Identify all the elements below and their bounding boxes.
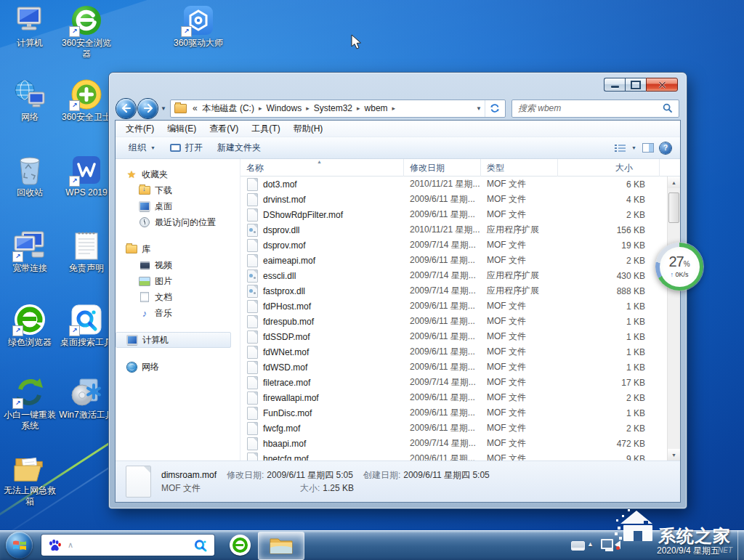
views-dropdown-icon[interactable]: ▼ — [631, 145, 636, 150]
desktop-icon-network[interactable]: 网络 — [1, 78, 58, 123]
table-row[interactable]: dot3.mof2010/11/21 星期...MOF 文件6 KB — [240, 176, 668, 192]
crumb-separator-icon[interactable]: ▸ — [255, 105, 266, 112]
table-row[interactable]: fdWSD.mof2009/6/11 星期...MOF 文件1 KB — [240, 360, 668, 375]
desktop-icon-recycle[interactable]: 回收站 — [1, 154, 58, 198]
scroll-down-button[interactable]: ▼ — [668, 449, 680, 460]
table-row[interactable]: fdrespub.mof2009/6/11 星期...MOF 文件1 KB — [240, 314, 668, 329]
volume-tray-icon[interactable] — [615, 540, 620, 549]
nav-item-6[interactable]: 图片 — [116, 273, 240, 289]
table-row[interactable]: hnetcfg.mof2009/6/11 星期...MOF 文件9 KB — [240, 451, 668, 460]
desktop-icon-aidbox[interactable]: 无法上网急救箱 — [1, 452, 58, 507]
desktop-icon-disclaimer[interactable]: 免责声明 — [58, 230, 115, 274]
table-row[interactable]: dsprov.mof2009/7/14 星期...MOF 文件19 KB — [240, 238, 668, 253]
crumb-separator-icon[interactable]: ▸ — [353, 105, 364, 112]
search-box[interactable]: 搜索 wbem — [512, 100, 679, 118]
breadcrumb-overflow[interactable]: « — [193, 103, 198, 113]
network-tray-icon[interactable] — [601, 539, 613, 549]
nav-item-2[interactable]: 桌面 — [116, 198, 240, 214]
organize-button[interactable]: 组织 ▼ — [121, 140, 163, 156]
nav-item-5[interactable]: 视频 — [116, 257, 240, 273]
new-folder-button[interactable]: 新建文件夹 — [210, 140, 268, 156]
desktop-search-icon[interactable] — [193, 538, 208, 553]
scroll-up-button[interactable]: ▲ — [668, 176, 680, 188]
taskbar-explorer-button[interactable] — [258, 532, 304, 560]
table-row[interactable]: FunDisc.mof2009/6/11 星期...MOF 文件1 KB — [240, 405, 668, 421]
breadcrumb-item-0[interactable]: 本地磁盘 (C:) — [202, 102, 255, 115]
desktop-icon-reinstall[interactable]: ↗小白一键重装系统 — [1, 376, 58, 431]
touch-keyboard-icon[interactable] — [571, 541, 585, 551]
column-header-0[interactable]: 名称 — [240, 159, 404, 176]
title-bar[interactable] — [109, 73, 687, 97]
breadcrumb-item-2[interactable]: System32 — [313, 103, 353, 113]
file-date-cell: 2009/6/11 星期... — [404, 391, 481, 404]
column-header-1[interactable]: 修改日期 — [404, 159, 481, 176]
open-button[interactable]: 打开 — [163, 140, 210, 156]
breadcrumb-item-1[interactable]: Windows — [265, 103, 302, 113]
show-desktop-button[interactable] — [737, 530, 744, 560]
desktop-icon-broadband[interactable]: ↗宽带连接 — [1, 230, 58, 274]
start-button[interactable] — [6, 532, 33, 559]
speed-widget[interactable]: 27% ↑ 0K/s — [655, 243, 703, 291]
menu-item-0[interactable]: 文件(F) — [119, 123, 161, 135]
nav-item-4[interactable]: 库 — [116, 241, 240, 257]
help-button[interactable]: ? — [660, 142, 671, 154]
menu-item-1[interactable]: 编辑(E) — [161, 123, 203, 135]
scrollbar-thumb[interactable] — [668, 192, 679, 223]
table-row[interactable]: fdPHost.mof2009/6/11 星期...MOF 文件1 KB — [240, 299, 668, 314]
nav-item-8[interactable]: ♪音乐 — [116, 305, 240, 321]
taskbar-green-browser-icon[interactable] — [230, 535, 251, 556]
nav-item-0[interactable]: ★收藏夹 — [116, 166, 240, 182]
nav-item-9[interactable]: 计算机 — [116, 332, 231, 348]
menu-item-4[interactable]: 帮助(H) — [287, 123, 330, 135]
widget-percent-sign: % — [684, 260, 690, 268]
column-header-3[interactable]: 大小 — [558, 159, 660, 176]
menu-item-2[interactable]: 查看(V) — [203, 123, 245, 135]
table-row[interactable]: DShowRdpFilter.mof2009/6/11 星期...MOF 文件2… — [240, 207, 668, 222]
desktop-icon-win7act[interactable]: Win7激活工具 — [58, 376, 115, 421]
minimize-button[interactable] — [604, 78, 625, 92]
desktop-icon-wps[interactable]: ↗WPS 2019 — [58, 154, 115, 198]
maximize-button[interactable] — [625, 78, 646, 92]
address-bar[interactable]: « 本地磁盘 (C:)▸Windows▸System32▸wbem▸ ▼ — [170, 100, 506, 118]
table-row[interactable]: filetrace.mof2009/7/14 星期...MOF 文件17 KB — [240, 375, 668, 390]
table-row[interactable]: drvinst.mof2009/6/11 星期...MOF 文件4 KB — [240, 192, 668, 207]
file-type-cell: MOF 文件 — [481, 391, 558, 404]
history-dropdown-icon[interactable]: ▼ — [161, 105, 166, 112]
back-button[interactable] — [116, 99, 136, 118]
nav-item-3[interactable]: 最近访问的位置 — [116, 214, 240, 230]
menu-item-3[interactable]: 工具(T) — [245, 123, 286, 135]
views-icon[interactable] — [615, 144, 626, 153]
vertical-scrollbar[interactable]: ▲ ▼ — [667, 176, 680, 460]
desktop-icon-b360[interactable]: ↗360安全浏览器 — [58, 4, 115, 60]
table-row[interactable]: eaimeapi.mof2009/6/11 星期...MOF 文件2 KB — [240, 253, 668, 268]
column-header-2[interactable]: 类型 — [481, 159, 558, 176]
table-row[interactable]: fastprox.dll2009/7/14 星期...应用程序扩展888 KB — [240, 283, 668, 299]
close-button[interactable] — [646, 78, 678, 92]
chevron-up-icon[interactable]: ∧ — [68, 540, 73, 550]
table-row[interactable]: dsprov.dll2010/11/21 星期...应用程序扩展156 KB — [240, 222, 668, 238]
table-row[interactable]: hbaapi.mof2009/7/14 星期...MOF 文件472 KB — [240, 436, 668, 451]
desktop-icon-searchtool[interactable]: ↗桌面搜索工具 — [58, 304, 115, 348]
preview-pane-icon[interactable] — [642, 143, 654, 153]
search-icon[interactable] — [663, 103, 673, 113]
breadcrumb-item-3[interactable]: wbem — [364, 103, 389, 113]
forward-button[interactable] — [138, 99, 158, 118]
crumb-separator-icon[interactable]: ▸ — [302, 105, 313, 112]
desktop-icon-safe360[interactable]: ↗360安全卫士 — [58, 78, 115, 123]
refresh-button[interactable] — [485, 100, 505, 117]
nav-item-7[interactable]: 文档 — [116, 289, 240, 305]
table-row[interactable]: fdWNet.mof2009/6/11 星期...MOF 文件1 KB — [240, 344, 668, 360]
table-row[interactable]: fwcfg.mof2009/6/11 星期...MOF 文件2 KB — [240, 421, 668, 436]
table-row[interactable]: fdSSDP.mof2009/6/11 星期...MOF 文件1 KB — [240, 329, 668, 344]
desktop-icon-computer[interactable]: 计算机 — [1, 4, 58, 49]
nav-item-10[interactable]: 网络 — [116, 359, 240, 375]
table-row[interactable]: esscli.dll2009/7/14 星期...应用程序扩展430 KB — [240, 268, 668, 283]
desktop-icon-greenbrowser[interactable]: ↗绿色浏览器 — [1, 304, 58, 348]
address-dropdown-icon[interactable]: ▼ — [473, 105, 485, 112]
tray-expand-icon[interactable]: ▲ — [587, 540, 594, 548]
taskbar-search-box[interactable]: ∧ — [41, 535, 214, 556]
desktop-icon-driver360[interactable]: ↗360驱动大师 — [170, 4, 227, 49]
table-row[interactable]: firewallapi.mof2009/6/11 星期...MOF 文件2 KB — [240, 390, 668, 405]
crumb-separator-icon[interactable]: ▸ — [389, 105, 400, 112]
nav-item-1[interactable]: 下载 — [116, 182, 240, 198]
